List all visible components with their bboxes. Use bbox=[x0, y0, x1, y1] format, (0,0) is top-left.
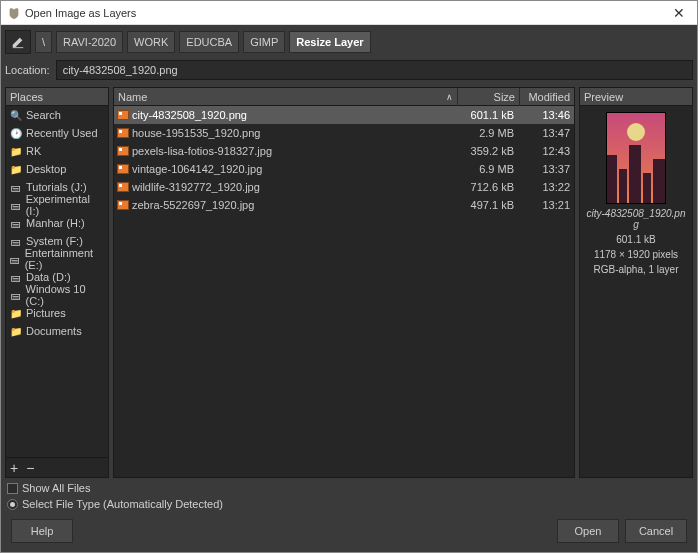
preview-header: Preview bbox=[580, 88, 692, 106]
file-name: zebra-5522697_1920.jpg bbox=[132, 199, 458, 211]
places-item-label: Entertainment (E:) bbox=[25, 247, 104, 271]
file-row[interactable]: vintage-1064142_1920.jpg6.9 MB13:37 bbox=[114, 160, 574, 178]
places-item[interactable]: 📁RK bbox=[6, 142, 108, 160]
crumb-3[interactable]: EDUCBA bbox=[179, 31, 239, 53]
checkbox-icon bbox=[7, 483, 18, 494]
cancel-button[interactable]: Cancel bbox=[625, 519, 687, 543]
file-modified: 13:21 bbox=[520, 199, 574, 211]
places-item-label: Desktop bbox=[26, 163, 66, 175]
sort-asc-icon: ∧ bbox=[446, 92, 453, 102]
places-add-button[interactable]: + bbox=[10, 460, 18, 476]
open-image-dialog: Open Image as Layers ✕ \ RAVI-2020 WORK … bbox=[0, 0, 698, 553]
preview-thumbnail bbox=[606, 112, 666, 204]
file-row[interactable]: zebra-5522697_1920.jpg497.1 kB13:21 bbox=[114, 196, 574, 214]
crumb-5[interactable]: Resize Layer bbox=[289, 31, 370, 53]
drive-icon: 🖴 bbox=[10, 200, 22, 211]
breadcrumb-toolbar: \ RAVI-2020 WORK EDUCBA GIMP Resize Laye… bbox=[5, 29, 693, 55]
places-item-label: Experimental (I:) bbox=[26, 193, 104, 217]
close-icon[interactable]: ✕ bbox=[667, 5, 691, 21]
places-remove-button[interactable]: − bbox=[26, 460, 34, 476]
file-modified: 12:43 bbox=[520, 145, 574, 157]
file-size: 712.6 kB bbox=[458, 181, 520, 193]
file-size: 2.9 MB bbox=[458, 127, 520, 139]
files-panel: Name ∧ Size Modified city-4832508_1920.p… bbox=[113, 87, 575, 478]
preview-mode: RGB-alpha, 1 layer bbox=[593, 264, 678, 275]
recent-icon: 🕑 bbox=[10, 128, 22, 139]
places-item[interactable]: 🔍Search bbox=[6, 106, 108, 124]
select-filetype-option[interactable]: Select File Type (Automatically Detected… bbox=[7, 498, 691, 510]
crumb-4[interactable]: GIMP bbox=[243, 31, 285, 53]
places-item-label: System (F:) bbox=[26, 235, 83, 247]
places-item-label: RK bbox=[26, 145, 41, 157]
places-item[interactable]: 📁Documents bbox=[6, 322, 108, 340]
titlebar: Open Image as Layers ✕ bbox=[1, 1, 697, 25]
column-size[interactable]: Size bbox=[458, 88, 520, 106]
places-item[interactable]: 📁Desktop bbox=[6, 160, 108, 178]
help-button[interactable]: Help bbox=[11, 519, 73, 543]
file-name: house-1951535_1920.png bbox=[132, 127, 458, 139]
image-file-icon bbox=[114, 128, 132, 138]
file-name: vintage-1064142_1920.jpg bbox=[132, 163, 458, 175]
places-item[interactable]: 🕑Recently Used bbox=[6, 124, 108, 142]
file-row[interactable]: wildlife-3192772_1920.jpg712.6 kB13:22 bbox=[114, 178, 574, 196]
places-item-label: Search bbox=[26, 109, 61, 121]
location-label: Location: bbox=[5, 64, 50, 76]
places-item[interactable]: 🖴Entertainment (E:) bbox=[6, 250, 108, 268]
open-button[interactable]: Open bbox=[557, 519, 619, 543]
file-name: city-4832508_1920.png bbox=[132, 109, 458, 121]
drive-icon: 🖴 bbox=[10, 290, 22, 301]
file-size: 6.9 MB bbox=[458, 163, 520, 175]
places-item-label: Tutorials (J:) bbox=[26, 181, 87, 193]
places-item-label: Data (D:) bbox=[26, 271, 71, 283]
preview-filename: city-4832508_1920.png bbox=[584, 208, 688, 230]
preview-dimensions: 1178 × 1920 pixels bbox=[594, 249, 678, 260]
file-modified: 13:47 bbox=[520, 127, 574, 139]
image-file-icon bbox=[114, 110, 132, 120]
expander-icon bbox=[7, 499, 18, 510]
show-all-files-option[interactable]: Show All Files bbox=[7, 482, 691, 494]
folder-icon: 📁 bbox=[10, 326, 22, 337]
file-modified: 13:22 bbox=[520, 181, 574, 193]
places-item-label: Recently Used bbox=[26, 127, 98, 139]
preview-panel: Preview city-4832508_1920.png 601.1 kB 1… bbox=[579, 87, 693, 478]
places-panel: Places 🔍Search🕑Recently Used📁RK📁Desktop🖴… bbox=[5, 87, 109, 478]
places-item-label: Windows 10 (C:) bbox=[26, 283, 104, 307]
search-icon: 🔍 bbox=[10, 110, 22, 121]
preview-size: 601.1 kB bbox=[616, 234, 655, 245]
file-modified: 13:46 bbox=[520, 109, 574, 121]
file-row[interactable]: pexels-lisa-fotios-918327.jpg359.2 kB12:… bbox=[114, 142, 574, 160]
column-name[interactable]: Name ∧ bbox=[114, 88, 458, 106]
crumb-1[interactable]: RAVI-2020 bbox=[56, 31, 123, 53]
folder-icon: 📁 bbox=[10, 146, 22, 157]
places-item[interactable]: 🖴Windows 10 (C:) bbox=[6, 286, 108, 304]
edit-path-icon[interactable] bbox=[5, 30, 31, 54]
crumb-2[interactable]: WORK bbox=[127, 31, 175, 53]
places-item-label: Documents bbox=[26, 325, 82, 337]
folder-icon: 📁 bbox=[10, 164, 22, 175]
places-header: Places bbox=[6, 88, 108, 106]
image-file-icon bbox=[114, 164, 132, 174]
places-item-label: Pictures bbox=[26, 307, 66, 319]
drive-icon: 🖴 bbox=[10, 182, 22, 193]
location-input[interactable] bbox=[56, 60, 693, 80]
file-row[interactable]: house-1951535_1920.png2.9 MB13:47 bbox=[114, 124, 574, 142]
drive-icon: 🖴 bbox=[10, 254, 21, 265]
drive-icon: 🖴 bbox=[10, 236, 22, 247]
file-name: pexels-lisa-fotios-918327.jpg bbox=[132, 145, 458, 157]
file-row[interactable]: city-4832508_1920.png601.1 kB13:46 bbox=[114, 106, 574, 124]
image-file-icon bbox=[114, 200, 132, 210]
window-title: Open Image as Layers bbox=[25, 7, 136, 19]
drive-icon: 🖴 bbox=[10, 218, 22, 229]
file-size: 359.2 kB bbox=[458, 145, 520, 157]
crumb-root[interactable]: \ bbox=[35, 31, 52, 53]
drive-icon: 🖴 bbox=[10, 272, 22, 283]
file-size: 601.1 kB bbox=[458, 109, 520, 121]
column-modified[interactable]: Modified bbox=[520, 88, 574, 106]
places-item[interactable]: 🖴Experimental (I:) bbox=[6, 196, 108, 214]
svg-rect-0 bbox=[13, 47, 24, 48]
file-modified: 13:37 bbox=[520, 163, 574, 175]
image-file-icon bbox=[114, 182, 132, 192]
app-icon bbox=[7, 6, 21, 20]
file-size: 497.1 kB bbox=[458, 199, 520, 211]
file-name: wildlife-3192772_1920.jpg bbox=[132, 181, 458, 193]
